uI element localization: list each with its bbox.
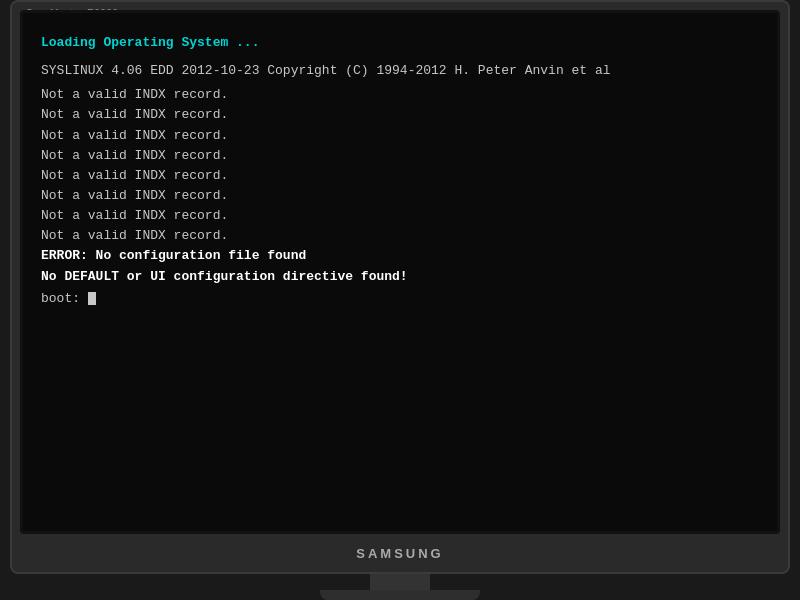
indx-lines-container: Not a valid INDX record. Not a valid IND… <box>41 85 759 246</box>
indx-line-3: Not a valid INDX record. <box>41 126 759 146</box>
indx-line-4: Not a valid INDX record. <box>41 146 759 166</box>
monitor-bottom-bar: SAMSUNG <box>20 538 780 568</box>
monitor: SyncMaster E2220 Loading Operating Syste… <box>10 0 790 574</box>
boot-prompt-line: boot: <box>41 289 759 309</box>
nodefault-line: No DEFAULT or UI configuration directive… <box>41 267 759 287</box>
syslinux-line: SYSLINUX 4.06 EDD 2012-10-23 Copyright (… <box>41 61 759 81</box>
monitor-stand-neck <box>370 574 430 590</box>
indx-line-2: Not a valid INDX record. <box>41 105 759 125</box>
loading-line: Loading Operating System ... <box>41 33 759 53</box>
screen: Loading Operating System ... SYSLINUX 4.… <box>20 10 780 534</box>
screen-content: Loading Operating System ... SYSLINUX 4.… <box>41 33 759 309</box>
indx-line-1: Not a valid INDX record. <box>41 85 759 105</box>
indx-line-7: Not a valid INDX record. <box>41 206 759 226</box>
indx-line-6: Not a valid INDX record. <box>41 186 759 206</box>
boot-cursor <box>88 292 96 305</box>
boot-prompt-text: boot: <box>41 291 88 306</box>
indx-line-8: Not a valid INDX record. <box>41 226 759 246</box>
monitor-stand-base <box>320 590 480 600</box>
monitor-brand-bottom: SAMSUNG <box>356 546 443 561</box>
indx-line-5: Not a valid INDX record. <box>41 166 759 186</box>
error-line: ERROR: No configuration file found <box>41 246 759 266</box>
